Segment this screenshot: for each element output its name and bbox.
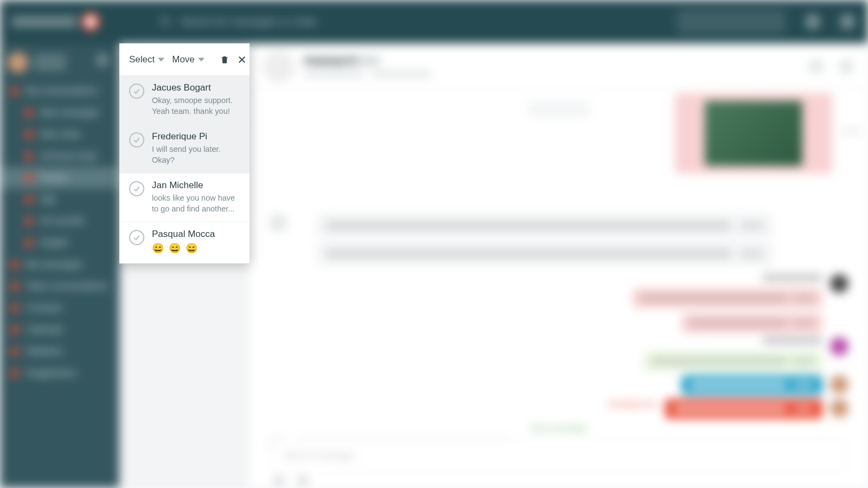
row-preview: Okay, smoope support. Yeah team. thank y… xyxy=(152,95,240,117)
chat-more-icon[interactable] xyxy=(839,59,854,74)
topbar-right xyxy=(677,0,855,43)
sidebar-item-label: Archived chats xyxy=(40,151,97,161)
conversation-row[interactable]: Jacues BogartOkay, smoope support. Yeah … xyxy=(119,76,250,125)
outgoing-bubble xyxy=(633,288,822,308)
search[interactable]: Search for messages or chats xyxy=(159,16,317,28)
chat-input-actions xyxy=(273,474,308,488)
trash-icon xyxy=(220,55,229,65)
row-checkbox[interactable] xyxy=(129,132,144,147)
chat-title: Frederique Pi xyxy=(304,56,380,65)
chat-header-actions xyxy=(808,59,854,74)
sidebar-item[interactable]: Team conversations xyxy=(0,275,119,297)
chat-area: Frederique Pi xyxy=(250,43,868,488)
check-icon xyxy=(132,184,141,193)
image-time xyxy=(842,128,861,134)
sidebar-item-label: New chats xyxy=(40,130,81,139)
chat-subtitle xyxy=(304,70,431,77)
row-preview: I will send you later. Okay? xyxy=(152,144,240,165)
row-name: Pasqual Mocca xyxy=(152,229,240,240)
outgoing-bubble xyxy=(681,375,822,395)
outgoing-row xyxy=(269,337,848,371)
check-icon xyxy=(132,136,141,144)
check-icon xyxy=(132,87,141,95)
sidebar-item-label: Italy xyxy=(40,195,56,204)
select-label: Select xyxy=(129,54,155,65)
outgoing-bubble xyxy=(643,351,822,371)
brand-logo-icon xyxy=(81,12,100,31)
image-attachment[interactable] xyxy=(675,93,832,174)
row-body: Jan Michellelooks like you now have to g… xyxy=(152,180,240,214)
chevron-down-icon xyxy=(198,56,205,63)
row-name: Jacues Bogart xyxy=(152,82,240,93)
sidebar-item-label: French xyxy=(40,173,67,183)
avatar xyxy=(8,52,28,73)
chat-avatar xyxy=(264,52,294,82)
chat-body: Sending error New messages xyxy=(250,90,868,423)
header-bell-icon[interactable] xyxy=(805,14,820,29)
sidebar-item[interactable]: Suggestions xyxy=(0,362,119,384)
sender-name xyxy=(763,337,822,344)
sidebar-bullet-icon xyxy=(25,131,33,138)
header-compose-icon[interactable] xyxy=(840,14,855,29)
check-icon xyxy=(132,233,141,242)
gear-icon[interactable] xyxy=(97,54,108,66)
sidebar: My conversationsNew messagesNew chatsArc… xyxy=(0,43,119,488)
date-pill xyxy=(526,101,591,117)
sidebar-item[interactable]: English xyxy=(0,232,119,254)
attach-icon[interactable] xyxy=(297,476,308,486)
msg-avatar xyxy=(830,399,848,418)
outgoing-bubble xyxy=(681,313,822,333)
sidebar-item-label: New messages xyxy=(40,108,99,118)
move-dropdown[interactable]: Move xyxy=(172,54,205,65)
sidebar-item[interactable]: Archived chats xyxy=(0,145,119,167)
outgoing-row: Sending error xyxy=(269,399,848,419)
row-checkbox[interactable] xyxy=(129,230,144,245)
msg-avatar xyxy=(269,436,288,455)
sidebar-bullet-icon xyxy=(25,174,33,182)
row-checkbox[interactable] xyxy=(129,84,144,99)
sidebar-bullet-icon xyxy=(11,369,18,377)
msg-avatar xyxy=(830,337,848,356)
chevron-down-icon xyxy=(158,56,164,63)
sidebar-item[interactable]: New chats xyxy=(0,124,119,145)
search-placeholder: Search for messages or chats xyxy=(180,16,317,28)
sidebar-item-label: My messages xyxy=(26,259,83,270)
sidebar-bullet-icon xyxy=(11,261,18,268)
incoming-row xyxy=(269,436,848,465)
row-checkbox[interactable] xyxy=(129,181,144,196)
msg-avatar xyxy=(830,375,848,394)
sidebar-bullet-icon xyxy=(11,326,18,333)
delete-button[interactable] xyxy=(220,54,229,66)
sidebar-item[interactable]: My conversations xyxy=(0,80,119,102)
close-button[interactable] xyxy=(237,54,247,66)
move-label: Move xyxy=(172,54,195,65)
sidebar-item[interactable]: New messages xyxy=(0,102,119,124)
conversation-row[interactable]: Pasqual Mocca😄 😄 😄 xyxy=(119,222,250,263)
sidebar-item[interactable]: Contacts xyxy=(0,297,119,319)
sidebar-item[interactable]: Statistics xyxy=(0,341,119,362)
chat-header: Frederique Pi xyxy=(250,43,868,90)
sidebar-item[interactable]: Italy xyxy=(0,189,119,210)
sidebar-item-label: My conversations xyxy=(26,86,98,97)
row-preview: 😄 😄 😄 xyxy=(152,242,240,255)
conversation-row[interactable]: Frederique PiI will send you later. Okay… xyxy=(119,125,250,174)
sidebar-bullet-icon xyxy=(25,109,33,117)
sidebar-item[interactable]: HU and BG xyxy=(0,210,119,232)
sidebar-bullet-icon xyxy=(11,87,18,95)
sidebar-item[interactable]: Calendar xyxy=(0,319,119,341)
sidebar-item[interactable]: French xyxy=(0,167,119,189)
message-input[interactable]: Send a message… xyxy=(271,439,846,472)
msg-avatar xyxy=(269,214,288,232)
emoji-icon[interactable] xyxy=(273,476,284,486)
chat-phone-icon[interactable] xyxy=(808,59,824,74)
conversation-row[interactable]: Jan Michellelooks like you now have to g… xyxy=(119,174,250,222)
select-dropdown[interactable]: Select xyxy=(129,54,164,65)
sidebar-user[interactable] xyxy=(8,50,112,75)
svg-line-1 xyxy=(167,23,170,26)
sidebar-bullet-icon xyxy=(25,217,33,225)
header-action-button[interactable] xyxy=(677,10,786,34)
incoming-bubble xyxy=(295,436,512,460)
incoming-bubble xyxy=(317,214,773,237)
sidebar-bullet-icon xyxy=(25,152,33,160)
sidebar-item[interactable]: My messages xyxy=(0,254,119,275)
